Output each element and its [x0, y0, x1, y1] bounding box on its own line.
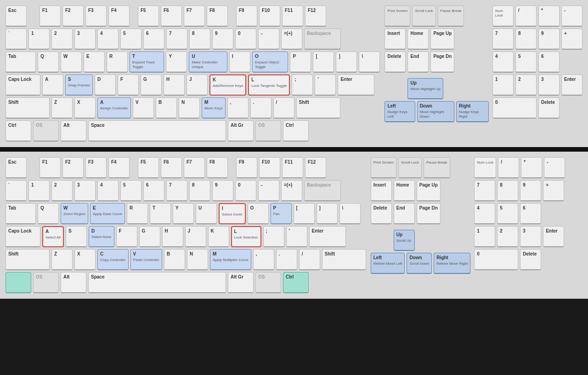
key-f4-b[interactable]: F4	[108, 157, 130, 178]
key-caps-b[interactable]: Caps Lock	[6, 226, 40, 247]
key-u[interactable]: U Make Controller Unique	[189, 51, 227, 73]
key-j[interactable]: J	[187, 74, 208, 96]
key-m[interactable]: M Move Keys	[202, 97, 226, 119]
key-period[interactable]: .	[250, 97, 271, 119]
key-k[interactable]: K Add/Remove Keys	[209, 74, 246, 96]
key-num-star[interactable]: *	[538, 6, 560, 27]
key-os-r-b[interactable]: OS	[255, 272, 281, 293]
key-m-b[interactable]: M Apply Multiplier Curve	[210, 249, 251, 270]
key-tab[interactable]: Tab	[6, 51, 36, 73]
key-num7-b[interactable]: 7	[474, 180, 495, 201]
key-8[interactable]: 8	[189, 28, 210, 50]
key-print[interactable]: Print Screen	[384, 6, 410, 27]
key-os-r[interactable]: OS	[255, 120, 281, 142]
key-num0[interactable]: 0	[492, 97, 537, 119]
key-f8[interactable]: F8	[207, 6, 228, 27]
key-n-b[interactable]: N	[187, 249, 208, 270]
key-alt-l[interactable]: Alt	[61, 120, 86, 142]
key-f3-b[interactable]: F3	[85, 157, 107, 178]
key-altgr-b[interactable]: Alt Gr	[228, 272, 254, 293]
key-num1-b[interactable]: 1	[474, 226, 495, 247]
key-3[interactable]: 3	[74, 28, 96, 50]
key-num8-b[interactable]: 8	[497, 180, 518, 201]
key-f4[interactable]: F4	[108, 6, 130, 27]
key-ctrl-r[interactable]: Ctrl	[283, 120, 309, 142]
key-shift-l-b[interactable]: Shift	[6, 249, 50, 270]
key-2[interactable]: 2	[51, 28, 73, 50]
key-b[interactable]: B	[156, 97, 177, 119]
key-pagedn-b[interactable]: Page Dn	[417, 203, 441, 224]
key-f10[interactable]: F10	[259, 6, 280, 27]
key-insert-b[interactable]: Insert	[371, 180, 392, 201]
key-left[interactable]: Left Nudge Keys Left	[384, 101, 415, 122]
key-c-b[interactable]: C Copy Controller	[97, 249, 129, 270]
key-down[interactable]: Down Move Highlight Down	[417, 101, 454, 122]
key-esc-b[interactable]: Esc	[6, 157, 27, 178]
key-q[interactable]: Q	[38, 51, 59, 73]
key-num-dot-b[interactable]: Delete	[520, 249, 541, 270]
key-num9[interactable]: 9	[538, 28, 560, 50]
key-num5-b[interactable]: 5	[497, 203, 518, 224]
key-f2-b[interactable]: F2	[62, 157, 84, 178]
key-num2-b[interactable]: 2	[497, 226, 518, 247]
key-shift-r[interactable]: Shift	[296, 97, 340, 119]
key-8-b[interactable]: 8	[189, 180, 210, 201]
key-num8[interactable]: 8	[515, 28, 537, 50]
key-end[interactable]: End	[407, 51, 429, 73]
key-num-minus[interactable]: -	[561, 6, 582, 27]
key-pageup[interactable]: Page Up	[430, 28, 454, 50]
key-6-b[interactable]: 6	[143, 180, 164, 201]
key-altgr[interactable]: Alt Gr	[228, 120, 254, 142]
key-rbracket-b[interactable]: ]	[317, 203, 338, 224]
key-a2[interactable]: A Assign Controller	[97, 97, 131, 119]
key-f11-b[interactable]: F11	[282, 157, 303, 178]
key-ctrl-r-b[interactable]: Ctrl	[283, 272, 309, 293]
key-num-slash[interactable]: /	[515, 6, 537, 27]
key-n[interactable]: N	[179, 97, 200, 119]
key-slash-b[interactable]: /	[299, 249, 320, 270]
key-p-b[interactable]: P Pan	[271, 203, 292, 224]
key-num-star-b[interactable]: *	[521, 157, 542, 178]
key-space[interactable]: Space	[88, 120, 226, 142]
key-q-b[interactable]: Q	[38, 203, 59, 224]
key-num-dot[interactable]: Delete	[538, 97, 560, 119]
key-home-b[interactable]: Home	[394, 180, 415, 201]
key-num6[interactable]: 6	[538, 51, 560, 73]
key-equals[interactable]: =(+)	[281, 28, 302, 50]
key-shift-r-b[interactable]: Shift	[322, 249, 366, 270]
key-0[interactable]: 0	[235, 28, 256, 50]
key-z-b[interactable]: Z	[51, 249, 73, 270]
key-t[interactable]: T Expand Track Toggle	[130, 51, 164, 73]
key-s-b[interactable]: S	[66, 226, 87, 247]
key-b-b[interactable]: B	[164, 249, 185, 270]
key-pageup-b[interactable]: Page Up	[417, 180, 441, 201]
key-num2[interactable]: 2	[515, 74, 537, 96]
key-t-b[interactable]: T	[150, 203, 171, 224]
key-y-b[interactable]: Y	[173, 203, 194, 224]
key-l[interactable]: L Lock Tangents Toggle	[248, 74, 290, 96]
key-num3-b[interactable]: 3	[520, 226, 541, 247]
key-lbracket[interactable]: [	[313, 51, 334, 73]
key-down-b[interactable]: Down Scroll Down	[407, 253, 432, 274]
key-num-plus[interactable]: +	[561, 28, 582, 50]
key-w-b[interactable]: W Zoom Region	[61, 203, 88, 224]
key-g-b[interactable]: G	[139, 226, 160, 247]
key-minus-b[interactable]: -	[258, 180, 279, 201]
key-left-b[interactable]: Left Retime Move Left	[371, 253, 405, 274]
key-f11[interactable]: F11	[282, 6, 303, 27]
key-x[interactable]: X	[74, 97, 96, 119]
key-delete[interactable]: Delete	[384, 51, 406, 73]
key-num5[interactable]: 5	[515, 51, 537, 73]
key-num0-b[interactable]: 0	[474, 249, 518, 270]
key-os-l-b[interactable]: OS	[33, 272, 59, 293]
key-comma[interactable]: ,	[227, 97, 249, 119]
key-pause[interactable]: Pause Break	[438, 6, 464, 27]
key-o[interactable]: O Expand Object Toggle	[252, 51, 288, 73]
key-comma-b[interactable]: ,	[253, 249, 274, 270]
key-7[interactable]: 7	[166, 28, 187, 50]
key-minus[interactable]: -	[258, 28, 279, 50]
key-v[interactable]: V	[133, 97, 154, 119]
key-semicolon[interactable]: ;	[292, 74, 313, 96]
key-ctrl-l[interactable]: Ctrl	[6, 120, 31, 142]
key-g[interactable]: G	[141, 74, 162, 96]
